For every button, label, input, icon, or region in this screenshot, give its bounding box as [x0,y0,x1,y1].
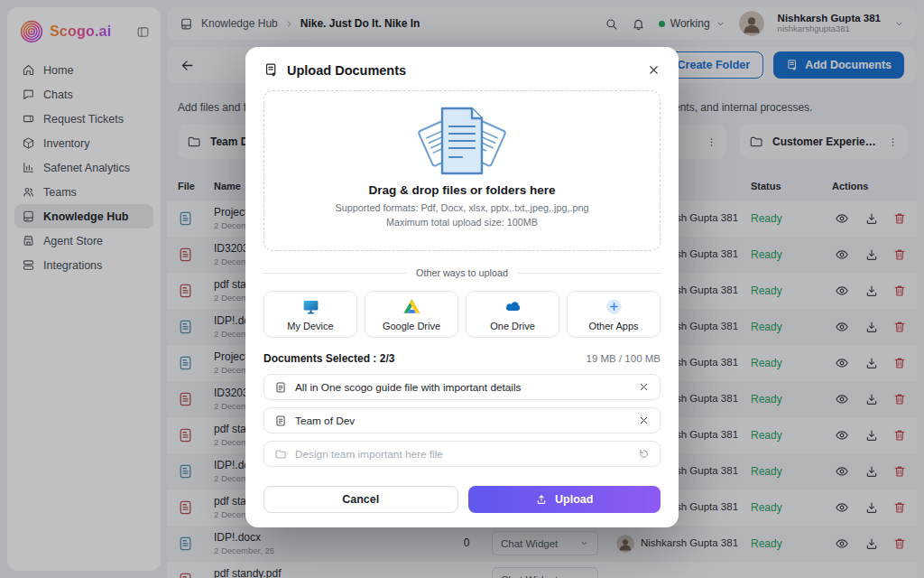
upload-documents-modal: Upload Documents Drag & drop files or fo… [245,47,679,527]
upload-source-label: Other Apps [588,321,638,331]
upload-icon [535,493,548,506]
upload-button[interactable]: Upload [468,486,661,513]
file-action-icon[interactable] [638,415,650,426]
upload-source-card[interactable]: My Device [263,291,357,338]
modal-title: Upload Documents [287,63,406,78]
file-label: Team of Dev [295,415,355,427]
upload-source-icon [301,297,320,316]
upload-source-card[interactable]: Google Drive [365,291,458,338]
selected-file-row: Design team important here file [263,441,661,467]
divider-label: Other ways to upload [407,267,517,278]
documents-selected-label: Documents Selected : 2/3 [263,352,394,365]
upload-documents-icon [263,62,279,78]
dropzone-title: Drag & drop files or folders here [264,183,660,197]
selected-file-row: All in One scogo guide file with importa… [263,374,661,400]
upload-source-card[interactable]: Other Apps [567,291,661,338]
upload-source-card[interactable]: One Drive [466,291,559,338]
selected-files-list: All in One scogo guide file with importa… [263,374,661,467]
upload-source-label: My Device [287,321,333,331]
upload-source-icon [402,297,421,316]
upload-source-label: One Drive [490,321,535,331]
file-action-icon[interactable] [638,448,650,460]
file-icon [274,448,287,461]
documents-illustration [408,103,516,179]
close-icon[interactable] [647,63,661,77]
upload-sources: My Device Google Drive One Drive Other A… [263,291,661,338]
upload-source-label: Google Drive [383,321,440,331]
file-label: Design team important here file [295,448,443,461]
cancel-button[interactable]: Cancel [263,486,458,513]
file-icon [274,381,287,394]
upload-source-icon [504,297,522,316]
file-icon [274,415,287,427]
upload-source-icon [605,297,624,316]
upload-button-label: Upload [555,493,593,506]
app-window: Scogo.ai Home Chats Request Tickets [0,0,924,578]
dropzone[interactable]: Drag & drop files or folders here Suppor… [263,90,661,251]
upload-size-label: 19 MB / 100 MB [587,353,661,364]
dropzone-formats: Supported formats: Pdf, Docx, xlsx, pptx… [264,202,660,213]
divider: Other ways to upload [263,266,661,279]
file-label: All in One scogo guide file with importa… [295,381,522,394]
selected-file-row: Team of Dev [263,407,661,434]
file-action-icon[interactable] [638,381,650,393]
dropzone-max-size: Maximum total upload size: 100MB [264,217,660,228]
